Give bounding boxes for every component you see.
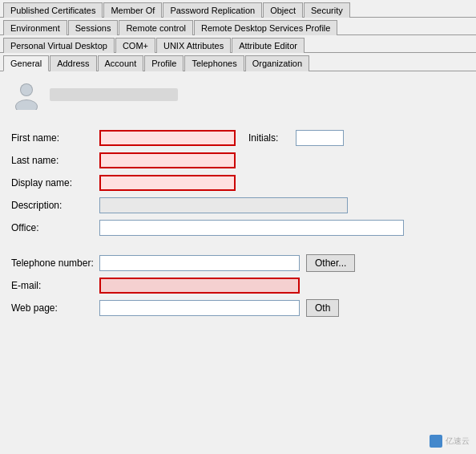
description-input[interactable] — [99, 197, 348, 213]
tab-sessions[interactable]: Sessions — [68, 20, 119, 35]
display-name-label: Display name: — [11, 177, 99, 188]
tab-account[interactable]: Account — [98, 55, 144, 71]
tab-remote-control[interactable]: Remote control — [119, 20, 193, 35]
tab-row-4: General Address Account Profile Telephon… — [0, 53, 476, 71]
tab-member-of[interactable]: Member Of — [103, 2, 162, 18]
webpage-label: Web page: — [11, 302, 99, 314]
tab-row-3: Personal Virtual Desktop COM+ UNIX Attri… — [0, 35, 476, 53]
tab-general[interactable]: General — [3, 55, 49, 71]
user-display-name — [50, 88, 178, 101]
svg-point-2 — [21, 84, 32, 95]
initials-label: Initials: — [248, 132, 278, 144]
email-input[interactable] — [99, 278, 300, 294]
form-section: First name: Initials: Last name: Display… — [11, 129, 465, 317]
tab-personal-virtual-desktop[interactable]: Personal Virtual Desktop — [3, 38, 115, 53]
initials-input[interactable] — [296, 130, 344, 146]
tab-object[interactable]: Object — [263, 2, 303, 18]
user-avatar-icon — [11, 79, 42, 110]
telephone-input[interactable] — [99, 255, 300, 271]
tab-environment[interactable]: Environment — [3, 20, 67, 35]
tab-row-1: Published Certificates Member Of Passwor… — [0, 0, 476, 18]
content-area: First name: Initials: Last name: Display… — [0, 71, 476, 454]
tab-unix-attributes[interactable]: UNIX Attributes — [156, 38, 231, 53]
dialog-container: Published Certificates Member Of Passwor… — [0, 0, 476, 454]
office-label: Office: — [11, 222, 99, 233]
first-name-input[interactable] — [99, 130, 236, 146]
last-name-row: Last name: — [11, 152, 465, 169]
tab-attribute-editor[interactable]: Attribute Editor — [232, 38, 305, 53]
watermark-text: 亿速云 — [446, 436, 470, 447]
tab-remote-desktop[interactable]: Remote Desktop Services Profile — [194, 20, 337, 35]
display-name-input[interactable] — [99, 175, 236, 191]
tab-organization[interactable]: Organization — [245, 55, 309, 71]
first-name-row: First name: Initials: — [11, 129, 465, 147]
tab-telephones[interactable]: Telephones — [184, 55, 244, 71]
description-label: Description: — [11, 200, 99, 211]
telephone-label: Telephone number: — [11, 257, 99, 269]
webpage-input[interactable] — [99, 300, 300, 316]
webpage-other-button[interactable]: Oth — [306, 299, 339, 317]
tab-profile[interactable]: Profile — [144, 55, 184, 71]
last-name-input[interactable] — [99, 152, 236, 168]
tab-com-plus[interactable]: COM+ — [115, 38, 155, 53]
office-input[interactable] — [99, 220, 404, 236]
display-name-row: Display name: — [11, 174, 465, 192]
user-header — [11, 79, 465, 116]
last-name-label: Last name: — [11, 155, 99, 166]
first-name-label: First name: — [11, 132, 99, 144]
watermark: 亿速云 — [430, 435, 470, 448]
telephone-other-button[interactable]: Other... — [306, 254, 355, 272]
email-row: E-mail: — [11, 277, 465, 294]
email-label: E-mail: — [11, 280, 99, 291]
tab-row-2: Environment Sessions Remote control Remo… — [0, 18, 476, 35]
tab-published-certificates[interactable]: Published Certificates — [3, 2, 103, 18]
description-row: Description: — [11, 197, 465, 214]
telephone-row: Telephone number: Other... — [11, 254, 465, 272]
tab-password-replication[interactable]: Password Replication — [163, 2, 262, 18]
tab-address[interactable]: Address — [50, 55, 96, 71]
tab-security[interactable]: Security — [304, 2, 350, 18]
webpage-row: Web page: Oth — [11, 299, 465, 317]
watermark-icon — [430, 435, 442, 448]
office-row: Office: — [11, 219, 465, 237]
